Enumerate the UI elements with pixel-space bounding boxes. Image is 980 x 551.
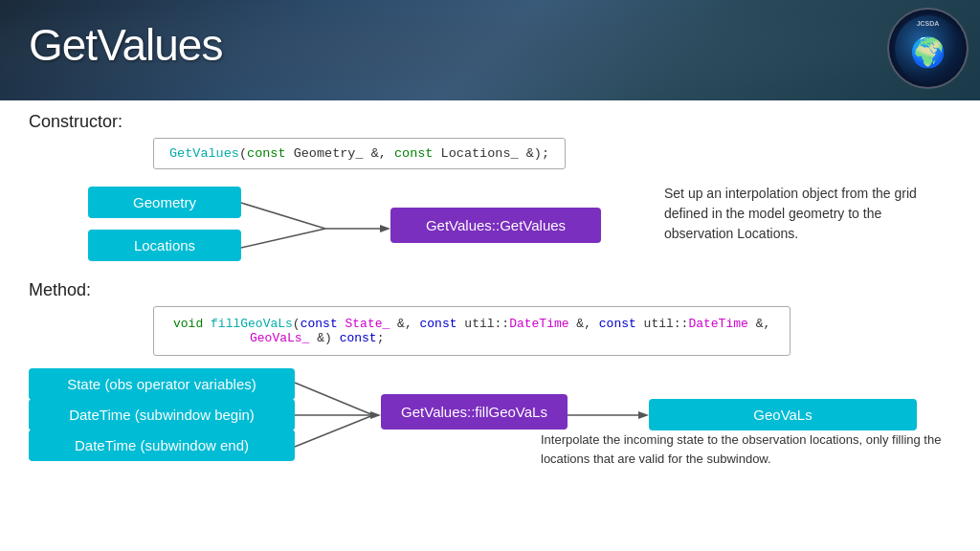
method-code-line2: GeoVaLs_ &) const; xyxy=(173,331,770,345)
code-locations-param: Locations_ &); xyxy=(433,146,549,161)
util1: util:: xyxy=(457,317,510,331)
geoval-output-box: GeoVaLs xyxy=(649,399,917,430)
svg-line-4 xyxy=(295,383,373,415)
logo-inner: JCSDA 🌍 xyxy=(895,15,962,82)
void-keyword: void xyxy=(173,317,203,331)
const-kw2: const xyxy=(420,317,457,331)
datetime-begin-box: DateTime (subwindow begin) xyxy=(29,399,295,430)
code-paren-open: ( xyxy=(239,146,247,161)
amp4: &) xyxy=(309,331,339,345)
code-const1: const xyxy=(247,146,286,161)
logo: JCSDA 🌍 xyxy=(887,8,969,89)
amp1: &, xyxy=(390,317,419,331)
fill-function-name: fillGeoVaLs xyxy=(211,317,293,331)
amp3: &, xyxy=(748,317,770,331)
page-title: GetValues xyxy=(29,19,222,71)
svg-line-1 xyxy=(241,229,325,248)
code-const2: const xyxy=(394,146,434,161)
semicolon: ; xyxy=(377,331,385,345)
globe-icon: 🌍 xyxy=(910,35,946,69)
svg-marker-7 xyxy=(370,411,381,419)
geometry-box: Geometry xyxy=(88,187,241,218)
getvalues-getvalues-box: GetValues::GetValues xyxy=(390,208,601,243)
code-geometry-param: Geometry_ &, xyxy=(286,146,394,161)
svg-line-0 xyxy=(241,203,325,229)
method-label: Method: xyxy=(29,280,951,300)
header: GetValues JCSDA 🌍 xyxy=(0,0,980,100)
fill-geoval-box: GetValues::fillGeoVaLs xyxy=(381,394,568,430)
method-code-box: void fillGeoVaLs(const State_ &, const u… xyxy=(153,306,791,356)
constructor-diagram: Geometry Locations GetValues::GetValues … xyxy=(29,179,951,273)
state-box: State (obs operator variables) xyxy=(29,368,295,400)
locations-box: Locations xyxy=(88,230,241,261)
method-code-line1: void fillGeoVaLs(const State_ &, const u… xyxy=(173,317,770,331)
svg-marker-9 xyxy=(638,411,649,419)
datetime-type1: DateTime xyxy=(509,317,568,331)
const-kw1: const xyxy=(301,317,338,331)
geoval-type: GeoVaLs_ xyxy=(250,331,309,345)
amp2: &, xyxy=(569,317,599,331)
svg-marker-3 xyxy=(380,225,390,232)
state-type: State_ xyxy=(338,317,390,331)
const-kw3: const xyxy=(599,317,636,331)
svg-line-6 xyxy=(295,415,373,447)
constructor-label: Constructor: xyxy=(29,112,951,132)
method-section: Method: void fillGeoVaLs(const State_ &,… xyxy=(29,280,951,365)
constructor-code-box: GetValues(const Geometry_ &, const Locat… xyxy=(153,138,566,169)
util2: util:: xyxy=(636,317,689,331)
logo-text: JCSDA xyxy=(895,20,962,28)
main-content: Constructor: GetValues(const Geometry_ &… xyxy=(0,100,980,475)
constructor-description: Set up an interpolation object from the … xyxy=(664,184,947,244)
datetime-type2: DateTime xyxy=(688,317,747,331)
code-function-name: GetValues xyxy=(169,146,239,161)
code-paren: ( xyxy=(293,317,301,331)
datetime-end-box: DateTime (subwindow end) xyxy=(29,430,295,461)
method-diagram: State (obs operator variables) DateTime … xyxy=(29,365,951,466)
const-kw4: const xyxy=(340,331,377,345)
method-description: Interpolate the incoming state to the ob… xyxy=(541,430,951,468)
